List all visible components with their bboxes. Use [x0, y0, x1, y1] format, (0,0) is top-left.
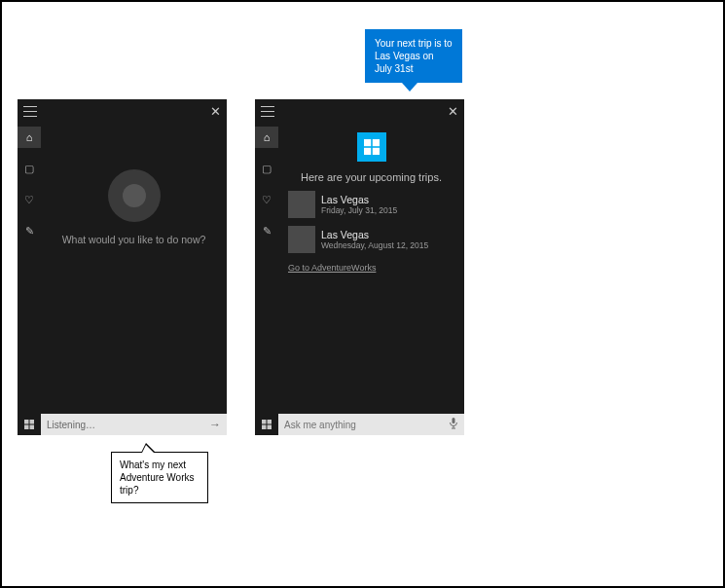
svg-rect-1	[30, 420, 35, 424]
trip-date: Friday, July 31, 2015	[321, 205, 397, 215]
sidebar-settings-icon[interactable]: ✎	[255, 220, 278, 241]
sidebar-home-icon[interactable]: ⌂	[18, 127, 41, 148]
cortana-prompt-text: What would you like to do now?	[62, 234, 206, 245]
sidebar-notebook-icon[interactable]: ▢	[18, 158, 41, 179]
svg-rect-6	[364, 148, 371, 155]
cortana-core-icon	[123, 184, 146, 207]
close-icon[interactable]: ✕	[210, 105, 221, 118]
sidebar-home-icon[interactable]: ⌂	[255, 127, 278, 148]
app-deeplink[interactable]: Go to AdventureWorks	[288, 263, 376, 273]
cortana-ring-icon	[108, 169, 161, 222]
svg-rect-7	[372, 148, 379, 155]
svg-rect-9	[268, 420, 272, 424]
sidebar-places-icon[interactable]: ♡	[18, 189, 41, 210]
trip-thumbnail	[288, 226, 315, 253]
app-tile-icon	[357, 132, 386, 162]
sidebar-notebook-icon[interactable]: ▢	[255, 158, 278, 179]
trip-title: Las Vegas	[321, 229, 428, 240]
menu-icon[interactable]	[261, 106, 274, 117]
start-button[interactable]	[18, 414, 41, 435]
svg-rect-2	[24, 425, 29, 430]
svg-rect-12	[453, 418, 455, 423]
search-input[interactable]	[284, 420, 443, 430]
microphone-icon[interactable]	[449, 418, 458, 432]
trip-thumbnail	[288, 191, 315, 218]
menu-icon[interactable]	[23, 106, 37, 117]
windows-logo-icon	[262, 420, 272, 429]
windows-logo-icon	[364, 139, 380, 155]
search-bar[interactable]	[278, 414, 464, 435]
svg-rect-10	[262, 425, 267, 430]
mic-svg	[449, 418, 458, 429]
svg-rect-11	[268, 425, 272, 430]
svg-rect-4	[364, 139, 371, 146]
cortana-panel-listening: ✕ ⌂ ▢ ♡ ✎ What would you like to do now?	[18, 99, 227, 435]
windows-logo-icon	[24, 420, 34, 429]
submit-arrow-icon[interactable]: →	[209, 418, 221, 431]
svg-rect-3	[30, 425, 35, 430]
search-input[interactable]	[47, 420, 203, 430]
user-speech-bubble: What's my next Adventure Works trip?	[111, 452, 208, 503]
cortana-response-bubble: Your next trip is to Las Vegas on July 3…	[365, 29, 462, 83]
close-icon[interactable]: ✕	[448, 105, 458, 118]
svg-rect-0	[24, 420, 29, 424]
trip-item[interactable]: Las Vegas Wednesday, August 12, 2015	[288, 226, 454, 253]
search-bar[interactable]: →	[41, 414, 227, 435]
trip-item[interactable]: Las Vegas Friday, July 31, 2015	[288, 191, 454, 218]
trip-date: Wednesday, August 12, 2015	[321, 240, 428, 250]
svg-rect-5	[372, 139, 379, 146]
results-heading: Here are your upcoming trips.	[301, 171, 442, 183]
svg-rect-8	[262, 420, 267, 424]
sidebar: ⌂ ▢ ♡ ✎	[18, 123, 41, 414]
sidebar-places-icon[interactable]: ♡	[255, 189, 278, 210]
sidebar: ⌂ ▢ ♡ ✎	[255, 123, 278, 414]
start-button[interactable]	[255, 414, 278, 435]
cortana-panel-results: ✕ ⌂ ▢ ♡ ✎ Here are your upcoming trips. …	[255, 99, 464, 435]
trip-title: Las Vegas	[321, 194, 397, 205]
sidebar-settings-icon[interactable]: ✎	[18, 220, 41, 241]
